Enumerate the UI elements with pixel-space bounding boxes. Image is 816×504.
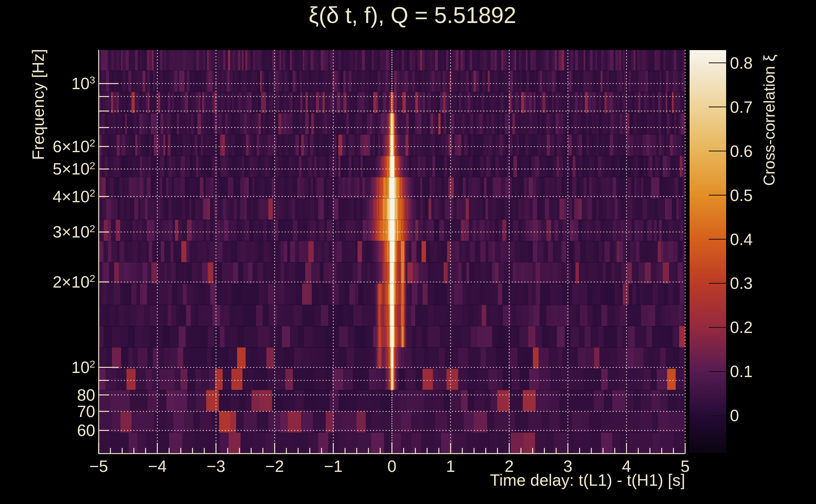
x-tick-label: −3 bbox=[192, 457, 240, 476]
colorbar-tick-label: 0.5 bbox=[730, 185, 799, 206]
x-tick-label: 2 bbox=[486, 457, 533, 476]
y-tick-label: 5×102 bbox=[0, 158, 95, 181]
y-tick-label: 2×102 bbox=[0, 272, 95, 295]
colorbar-tick-label: 0.4 bbox=[730, 229, 799, 250]
colorbar-tick-label: 0.8 bbox=[730, 53, 799, 73]
x-tick-label: −4 bbox=[134, 457, 181, 476]
colorbar-tick-label: 0.7 bbox=[730, 97, 799, 117]
x-tick-label: 1 bbox=[427, 457, 474, 476]
colorbar-tick-label: 0.6 bbox=[730, 141, 799, 162]
x-tick-label: −1 bbox=[310, 457, 357, 476]
y-tick-label: 70 bbox=[0, 401, 95, 422]
x-tick-label: 0 bbox=[368, 457, 416, 476]
plot-title: ξ(δ t, f), Q = 5.51892 bbox=[99, 3, 726, 28]
colorbar-tick-label: 0.3 bbox=[730, 273, 799, 294]
colorbar-tick-label: 0.2 bbox=[730, 317, 799, 338]
x-tick-label: 5 bbox=[662, 457, 709, 476]
heatmap-canvas bbox=[0, 0, 816, 504]
colorbar-title: Cross-correlation ξ bbox=[761, 54, 778, 186]
y-tick-label: 6×102 bbox=[0, 136, 95, 159]
y-tick-label: 103 bbox=[0, 73, 95, 96]
x-tick-label: 4 bbox=[603, 457, 650, 476]
x-tick-label: 3 bbox=[544, 457, 591, 476]
y-tick-label: 4×102 bbox=[0, 186, 95, 209]
colorbar-tick-label: 0 bbox=[730, 405, 799, 426]
y-tick-label: 102 bbox=[0, 357, 95, 380]
cross-correlation-qscan-plot: ξ(δ t, f), Q = 5.51892 Frequency [Hz] Ti… bbox=[0, 0, 816, 504]
x-tick-label: −5 bbox=[75, 457, 122, 476]
y-tick-label: 60 bbox=[0, 420, 95, 441]
y-tick-label: 3×102 bbox=[0, 221, 95, 244]
colorbar-tick-label: 0.1 bbox=[730, 361, 799, 382]
x-tick-label: −2 bbox=[251, 457, 298, 476]
